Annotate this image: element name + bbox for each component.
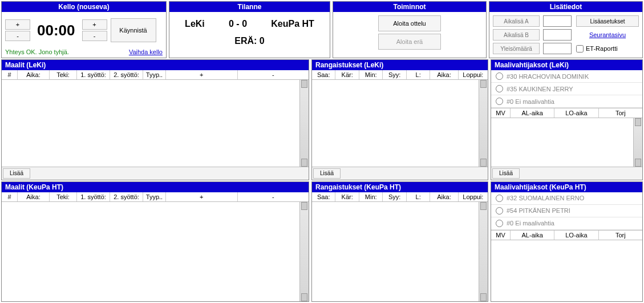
gk-option-label: #32 SUOMALAINEN ERNO (507, 195, 584, 201)
timeout-a-input[interactable] (543, 15, 572, 27)
scrollbar[interactable] (479, 80, 488, 167)
col-rec: Saa: (312, 70, 335, 79)
clock-big-plus[interactable]: + (5, 19, 30, 30)
scrollbar[interactable] (633, 118, 642, 167)
col-a1: 1. syöttö: (77, 192, 110, 201)
status-title: Tilanne (169, 2, 330, 12)
col-rec: Saa: (312, 192, 335, 201)
penalties-home-title: Rangaistukset (LeKi) (312, 60, 488, 70)
col-num: # (2, 192, 18, 201)
gk-home-columns: MV AL-aika LO-aika Torj (491, 108, 642, 118)
extra-panel: Lisätiedot Aikalisä A Lisäasetukset Aika… (489, 1, 643, 58)
gk-away-columns: MV AL-aika LO-aika Torj (491, 230, 642, 240)
et-report-checkbox[interactable] (576, 45, 584, 52)
goals-away-list[interactable] (2, 202, 299, 302)
col-plus: + (166, 70, 238, 79)
col-torj: Torj (599, 108, 642, 118)
penalties-away-list[interactable] (312, 202, 479, 302)
gk-away-option[interactable]: #32 SUOMALAINEN ERNO (491, 192, 642, 205)
timeout-b-input[interactable] (543, 29, 572, 41)
col-serv: Kär: (335, 192, 359, 201)
col-num: # (2, 70, 18, 79)
gk-away-option[interactable]: #54 PITKÄNEN PETRI (491, 205, 642, 217)
goals-home-add-button[interactable]: Lisää (3, 168, 30, 179)
attendance-input[interactable] (543, 43, 572, 54)
actions-panel: Toiminnot Aloita ottelu Aloita erä (333, 1, 487, 58)
gk-home-option[interactable]: #0 Ei maalivahtia (491, 95, 642, 108)
start-period-button[interactable]: Aloita erä (378, 34, 441, 50)
col-type: Tyyp.. (143, 192, 166, 201)
gk-radio[interactable] (496, 195, 503, 202)
gk-home-option[interactable]: #35 KAUKINEN JERRY (491, 83, 642, 95)
timeout-b-button[interactable]: Aikalisä B (493, 29, 540, 41)
col-l: L: (407, 192, 430, 201)
col-serv: Kär: (335, 70, 359, 79)
col-reason: Syy: (383, 70, 406, 79)
gk-option-label: #0 Ei maalivahtia (507, 98, 554, 105)
col-by: Teki: (50, 70, 77, 79)
actions-title: Toiminnot (333, 2, 486, 12)
gk-radio[interactable] (496, 98, 503, 105)
clock-status: Yhteys OK. Jono tyhjä. (5, 49, 69, 55)
penalties-home-list[interactable] (312, 80, 479, 167)
follow-page-link[interactable]: Seurantasivu (576, 31, 639, 38)
start-match-button[interactable]: Aloita ottelu (378, 15, 441, 31)
goals-away-title: Maalit (KeuPa HT) (2, 182, 309, 192)
col-al: AL-aika (511, 108, 554, 118)
col-end: Loppui: (459, 192, 488, 201)
col-mv: MV (491, 108, 511, 118)
clock-small-minus[interactable]: - (82, 31, 107, 41)
goals-home-section: Maalit (LeKi) # Aika: Teki: 1. syöttö: 2… (1, 59, 309, 180)
col-l: L: (407, 70, 430, 79)
col-plus: + (166, 192, 238, 201)
gk-home-list[interactable] (491, 118, 633, 167)
gk-home-option[interactable]: #30 HRACHOVINA DOMINIK (491, 70, 642, 83)
gk-option-label: #54 PITKÄNEN PETRI (507, 207, 570, 214)
penalties-away-title: Rangaistukset (KeuPa HT) (312, 182, 488, 192)
clock-panel: Kello (nouseva) + - 00:00 + - Käynnistä … (1, 1, 167, 58)
goals-home-title: Maalit (LeKi) (2, 60, 309, 70)
gk-away-option[interactable]: #0 Ei maalivahtia (491, 217, 642, 230)
col-minus: - (238, 70, 309, 79)
clock-big-minus[interactable]: - (5, 31, 30, 41)
gk-home-add-button[interactable]: Lisää (492, 168, 520, 179)
goals-away-columns: # Aika: Teki: 1. syöttö: 2. syöttö: Tyyp… (2, 192, 309, 202)
penalties-home-columns: Saa: Kär: Min: Syy: L: Aika: Loppui: (312, 70, 488, 80)
gk-home-title: Maalivahtijaksot (LeKi) (491, 60, 642, 70)
clock-small-plus[interactable]: + (82, 19, 107, 30)
col-type: Tyyp.. (143, 70, 166, 79)
period-label: ERÄ: 0 (173, 36, 326, 46)
settings-button[interactable]: Lisäasetukset (576, 15, 639, 27)
col-mv: MV (491, 231, 511, 240)
penalties-away-section: Rangaistukset (KeuPa HT) Saa: Kär: Min: … (311, 181, 488, 302)
scrollbar[interactable] (479, 202, 488, 302)
timeout-a-button[interactable]: Aikalisä A (493, 15, 540, 27)
col-time: Aika: (18, 192, 50, 201)
goals-home-list[interactable] (2, 80, 299, 167)
clock-title: Kello (nouseva) (2, 2, 166, 12)
gk-radio[interactable] (496, 72, 503, 80)
gk-radio[interactable] (496, 220, 503, 227)
col-al: AL-aika (511, 231, 554, 240)
goals-away-section: Maalit (KeuPa HT) # Aika: Teki: 1. syött… (1, 181, 309, 302)
gk-radio[interactable] (496, 207, 503, 215)
swap-clock-link[interactable]: Vaihda kello (129, 49, 163, 55)
col-time: Aika: (18, 70, 50, 79)
col-time: Aika: (430, 70, 458, 79)
score: 0 - 0 (229, 19, 247, 29)
scrollbar[interactable] (299, 80, 309, 167)
scrollbar[interactable] (299, 202, 309, 302)
penalties-home-add-button[interactable]: Lisää (313, 168, 341, 179)
col-by: Teki: (50, 192, 77, 201)
attendance-button[interactable]: Yleisömäärä (493, 43, 540, 54)
clock-start-button[interactable]: Käynnistä (111, 18, 156, 42)
extra-title: Lisätiedot (489, 2, 642, 12)
col-time: Aika: (430, 192, 458, 201)
gk-option-label: #0 Ei maalivahtia (507, 220, 554, 227)
et-report-label: ET-Raportti (586, 45, 618, 52)
gk-radio[interactable] (496, 85, 503, 92)
goals-home-columns: # Aika: Teki: 1. syöttö: 2. syöttö: Tyyp… (2, 70, 309, 80)
col-reason: Syy: (383, 192, 406, 201)
col-lo: LO-aika (554, 108, 598, 118)
gk-away-title: Maalivahtijaksot (KeuPa HT) (491, 182, 642, 192)
